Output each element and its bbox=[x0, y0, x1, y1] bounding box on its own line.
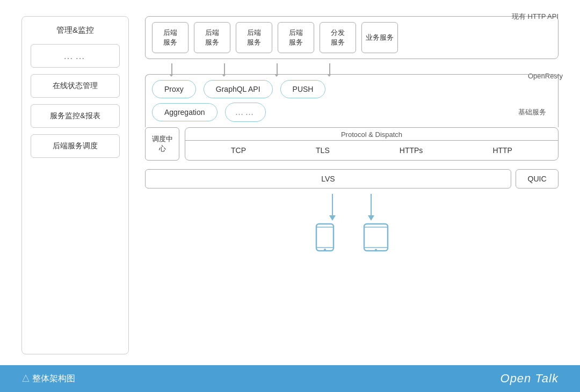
architecture-diagram: 现有 HTTP API 后端服务 后端服务 后端服务 后端服务 分发服务 业务服… bbox=[145, 16, 559, 354]
dispatch-box: 分发服务 bbox=[320, 22, 356, 53]
devices-row bbox=[314, 223, 389, 252]
tablet-icon bbox=[363, 223, 389, 252]
backend-box-3: 后端服务 bbox=[236, 22, 272, 53]
arrows-row bbox=[329, 194, 374, 221]
footer-title: △ 整体架构图 bbox=[21, 373, 75, 384]
protocol-block: Protocol & Dispatch TCP TLS HTTPs HTTP bbox=[185, 127, 559, 161]
dispatch-row: 调度中心 Protocol & Dispatch TCP TLS HTTPs H… bbox=[145, 127, 559, 161]
graphql-pill: GraphQL API bbox=[204, 80, 273, 98]
aggregation-pill: Aggregation bbox=[152, 103, 218, 121]
svg-point-7 bbox=[375, 249, 377, 251]
jichu-label2: 基础服务 bbox=[518, 107, 546, 117]
svg-rect-4 bbox=[364, 224, 388, 251]
protocol-label: Protocol & Dispatch bbox=[185, 128, 558, 141]
label-http-api: 现有 HTTP API bbox=[512, 12, 559, 21]
svg-point-3 bbox=[324, 249, 326, 251]
lvs-box: LVS bbox=[145, 169, 511, 188]
service-monitor-item: 服务监控&报表 bbox=[31, 104, 120, 128]
arrows-devices bbox=[145, 194, 559, 252]
tls-item: TLS bbox=[316, 146, 330, 155]
push-pill: PUSH bbox=[280, 80, 326, 98]
left-panel-title: 管理&监控 bbox=[56, 25, 94, 35]
business-box: 业务服务 bbox=[361, 22, 398, 53]
left-management-panel: 管理&监控 …… 在线状态管理 服务监控&报表 后端服务调度 bbox=[21, 16, 129, 354]
protocol-items-row: TCP TLS HTTPs HTTP bbox=[185, 141, 558, 160]
dots-pill: …… bbox=[225, 103, 266, 122]
arrow-down-2 bbox=[368, 194, 374, 221]
quic-box: QUIC bbox=[516, 169, 559, 188]
openresty-zone: Proxy GraphQL API PUSH Aggregation …… 基础… bbox=[145, 74, 559, 127]
service-pills-row2: Aggregation …… 基础服务 bbox=[152, 103, 552, 122]
phone-icon bbox=[314, 223, 336, 252]
proxy-pill: Proxy bbox=[152, 80, 196, 98]
backend-schedule-item: 后端服务调度 bbox=[31, 134, 120, 158]
backend-box-4: 后端服务 bbox=[278, 22, 314, 53]
lvs-row: LVS QUIC bbox=[145, 169, 559, 188]
tcp-item: TCP bbox=[231, 146, 246, 155]
triangle-icon: △ bbox=[21, 374, 32, 383]
footer-bar: △ 整体架构图 Open Talk bbox=[0, 365, 580, 392]
service-pills-row1: Proxy GraphQL API PUSH bbox=[152, 80, 552, 98]
arrow-down-1 bbox=[329, 194, 336, 221]
footer-brand: Open Talk bbox=[501, 372, 559, 386]
left-panel-dots: …… bbox=[31, 44, 120, 68]
backend-services-row: 后端服务 后端服务 后端服务 后端服务 分发服务 业务服务 bbox=[145, 16, 559, 59]
http-item: HTTP bbox=[492, 146, 512, 155]
https-item: HTTPs bbox=[400, 146, 423, 155]
online-state-item: 在线状态管理 bbox=[31, 74, 120, 98]
scheduler-box: 调度中心 bbox=[145, 127, 179, 161]
svg-rect-0 bbox=[316, 224, 334, 251]
backend-box-2: 后端服务 bbox=[194, 22, 230, 53]
backend-box-1: 后端服务 bbox=[152, 22, 189, 53]
